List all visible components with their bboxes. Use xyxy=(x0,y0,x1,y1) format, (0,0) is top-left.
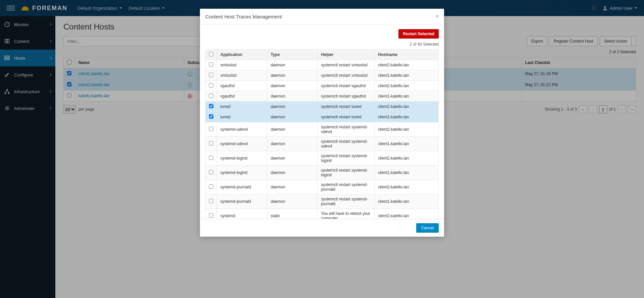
traces-modal: Content Host Traces Management × Restart… xyxy=(200,9,444,16)
close-icon[interactable]: × xyxy=(436,13,439,16)
modal-title: Content Host Traces Management xyxy=(205,14,282,16)
modal-header: Content Host Traces Management × xyxy=(200,9,444,16)
